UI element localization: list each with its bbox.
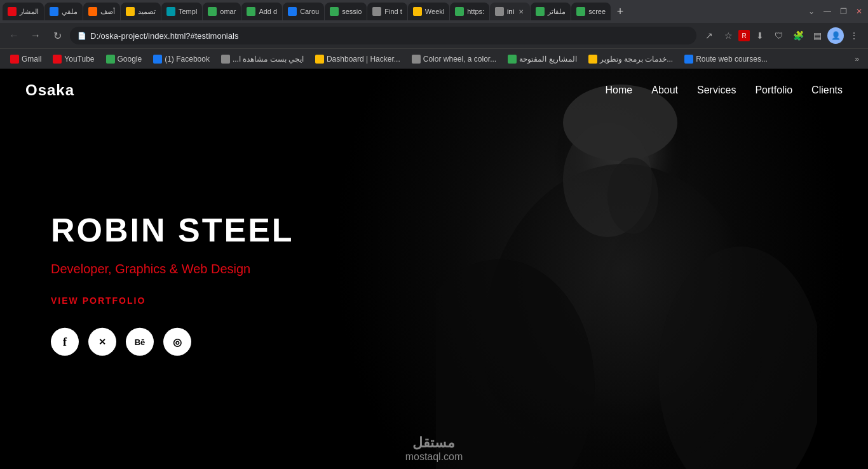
- tab-favicon-11: [413, 7, 422, 16]
- bookmark-label-routedev: خدمات برمجة وتطوير...: [600, 55, 674, 64]
- hero-subtitle: Developer, Graphics & Web Design: [51, 262, 294, 276]
- tab-search-icon[interactable]: ⌄: [805, 6, 818, 17]
- tab-7[interactable]: Add d: [241, 3, 282, 20]
- nav-link-home[interactable]: Home: [606, 85, 633, 95]
- behance-social-icon[interactable]: Bē: [126, 328, 154, 356]
- bookmark-label-youtube: YouTube: [64, 55, 94, 64]
- tab-bar: المشار ملفي أضف تصميد Templ omar Add d: [0, 0, 868, 23]
- tab-1[interactable]: المشار: [3, 3, 44, 20]
- site-navigation: Osaka Home About Services Portfolio Clie…: [0, 69, 868, 112]
- nav-item-portfolio[interactable]: Portfolio: [755, 85, 792, 96]
- sidebar-icon[interactable]: ▤: [808, 27, 826, 44]
- new-tab-button[interactable]: +: [611, 3, 629, 20]
- watermark-logo: مستقل: [405, 435, 463, 451]
- tab-close-icon[interactable]: ✕: [517, 8, 525, 16]
- nav-item-services[interactable]: Services: [697, 85, 736, 96]
- tab-favicon-10: [372, 7, 381, 16]
- tab-5[interactable]: Templ: [161, 3, 202, 20]
- tab-favicon-6: [208, 7, 217, 16]
- nav-link-services[interactable]: Services: [697, 85, 736, 95]
- tab-favicon-12: [455, 7, 464, 16]
- tab-bar-controls: ⌄ — ❐ ✕: [805, 6, 865, 17]
- bookmark-favicon-colorwheel: [412, 55, 421, 64]
- extensions-icon[interactable]: 🧩: [789, 27, 807, 44]
- bookmark-routeweb[interactable]: Route web courses...: [679, 53, 773, 65]
- nav-link-about[interactable]: About: [651, 85, 678, 95]
- shield-icon[interactable]: 🛡: [770, 27, 788, 44]
- twitter-icon-symbol: ✕: [98, 337, 106, 347]
- watermark-url: mostaql.com: [405, 451, 463, 463]
- tab-14[interactable]: ملفاتر: [531, 3, 571, 20]
- tab-9[interactable]: sessio: [325, 3, 367, 20]
- bookmarks-more-icon[interactable]: »: [851, 53, 863, 65]
- tab-label-13: ini: [507, 8, 514, 15]
- tab-4[interactable]: تصميد: [121, 3, 161, 20]
- instagram-social-icon[interactable]: ◎: [163, 328, 191, 356]
- bookmark-gmail[interactable]: Gmail: [5, 53, 46, 65]
- tab-favicon-1: [8, 7, 17, 16]
- bookmark-egybest[interactable]: ...ايجي بست مشاهدة ا: [216, 53, 309, 65]
- site-logo[interactable]: Osaka: [25, 81, 74, 99]
- tab-label-15: scree: [588, 8, 606, 15]
- bookmark-favicon-egybest: [221, 55, 230, 64]
- bookmark-favicon-routedev: [588, 55, 597, 64]
- maximize-button[interactable]: ❐: [837, 6, 850, 17]
- tab-label-5: Templ: [179, 8, 197, 15]
- back-button[interactable]: ←: [5, 27, 23, 44]
- toolbar-icons: ↗ ☆ R ⬇ 🛡 🧩 ▤ 👤 ⋮: [700, 27, 863, 44]
- url-text: D:/oska-project/index.html?#testimonials: [90, 31, 238, 41]
- minimize-button[interactable]: —: [820, 6, 834, 17]
- nav-link-portfolio[interactable]: Portfolio: [755, 85, 792, 95]
- tab-11[interactable]: Weekl: [408, 3, 449, 20]
- social-icons: f ✕ Bē ◎: [51, 328, 294, 356]
- share-icon[interactable]: ↗: [700, 27, 718, 44]
- tab-13-active[interactable]: ini ✕: [490, 3, 530, 20]
- bookmark-favicon-google: [106, 55, 115, 64]
- menu-icon[interactable]: ⋮: [845, 27, 863, 44]
- bookmark-google[interactable]: Google: [101, 53, 147, 65]
- view-portfolio-link[interactable]: VIEW PORTFOLIO: [51, 296, 294, 306]
- bookmark-openprojects[interactable]: المشاريع المفتوحة: [503, 53, 581, 65]
- bookmark-colorwheel[interactable]: Color wheel, a color...: [407, 53, 501, 65]
- tab-12[interactable]: https:: [450, 3, 489, 20]
- watermark: مستقل mostaql.com: [405, 435, 463, 463]
- facebook-social-icon[interactable]: f: [51, 328, 79, 356]
- bookmark-facebook[interactable]: (1) Facebook: [148, 53, 215, 65]
- bookmark-label-google: Google: [118, 55, 142, 64]
- bookmark-hackernews[interactable]: Dashboard | Hacker...: [310, 53, 405, 65]
- tab-2[interactable]: ملفي: [44, 3, 83, 20]
- twitter-social-icon[interactable]: ✕: [88, 328, 116, 356]
- tab-label-1: المشار: [20, 8, 39, 16]
- bookmark-youtube[interactable]: YouTube: [48, 53, 99, 65]
- close-button[interactable]: ✕: [853, 6, 865, 17]
- address-bar[interactable]: 📄 D:/oska-project/index.html?#testimonia…: [70, 27, 696, 44]
- tab-3[interactable]: أضف: [83, 3, 120, 20]
- nav-item-about[interactable]: About: [651, 85, 678, 96]
- bookmark-label-facebook: (1) Facebook: [165, 55, 210, 64]
- bookmark-icon[interactable]: ☆: [719, 27, 737, 44]
- tab-label-12: https:: [467, 8, 484, 15]
- bookmark-favicon-openprojects: [508, 55, 517, 64]
- nav-item-clients[interactable]: Clients: [811, 85, 843, 96]
- tab-favicon-9: [330, 7, 339, 16]
- tab-label-7: Add d: [259, 8, 277, 15]
- bookmark-favicon-routeweb: [684, 55, 693, 64]
- tab-15[interactable]: scree: [571, 3, 611, 20]
- tab-favicon-13: [495, 7, 504, 16]
- tab-10[interactable]: Find t: [367, 3, 407, 20]
- tab-label-11: Weekl: [425, 8, 444, 15]
- extension-icon-1[interactable]: R: [738, 30, 750, 41]
- person-silhouette: [436, 69, 817, 469]
- download-icon[interactable]: ⬇: [751, 27, 769, 44]
- bookmark-label-hackernews: Dashboard | Hacker...: [327, 55, 400, 64]
- tab-favicon-4: [126, 7, 135, 16]
- nav-item-home[interactable]: Home: [606, 85, 633, 96]
- bookmark-label-egybest: ...ايجي بست مشاهدة ا: [233, 55, 304, 64]
- profile-avatar[interactable]: 👤: [827, 27, 844, 44]
- tab-6[interactable]: omar: [203, 3, 241, 20]
- forward-button[interactable]: →: [27, 27, 44, 44]
- refresh-button[interactable]: ↻: [48, 27, 66, 44]
- nav-link-clients[interactable]: Clients: [811, 85, 843, 95]
- bookmark-routedev[interactable]: خدمات برمجة وتطوير...: [583, 53, 679, 65]
- tab-8[interactable]: Carou: [283, 3, 324, 20]
